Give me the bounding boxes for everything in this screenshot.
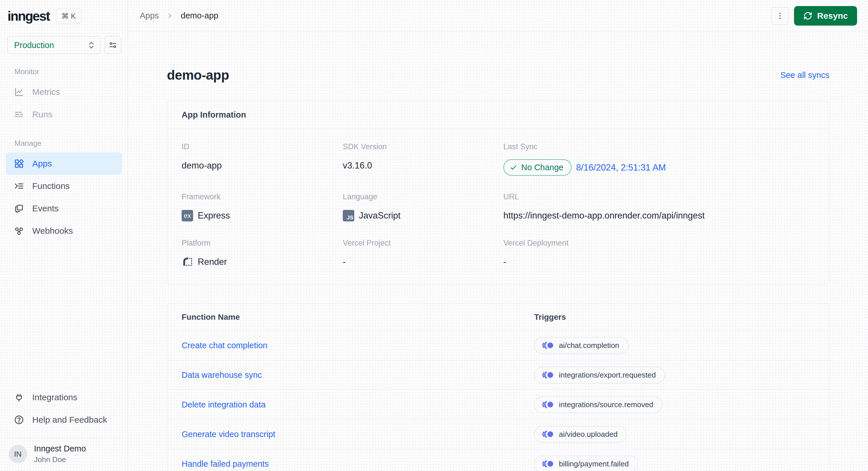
sidebar-item-webhooks[interactable]: Webhooks [6,220,122,242]
events-icon [13,203,25,214]
table-row: Generate video transcript ai/video.uploa… [167,419,829,449]
page-title: demo-app [167,67,229,83]
trigger-label: billing/payment.failed [559,460,629,468]
field-vercel-deployment: Vercel Deployment - [503,239,815,268]
sidebar-item-label: Runs [32,109,52,119]
field-value: JavaScript [359,210,401,221]
function-link[interactable]: Delete integration data [182,400,534,409]
avatar-initials: IN [14,450,22,459]
trigger-label: ai/video.uploaded [559,430,618,439]
field-label: URL [503,192,815,201]
field-last-sync: Last Sync No Change 8/16/2024, 2:51:31 A… [503,142,815,176]
runs-list-icon [13,109,25,120]
trigger-pill: billing/payment.failed [534,456,638,471]
trigger-pill: ai/chat.completion [534,337,628,354]
field-framework: Framework ex Express [182,192,343,222]
function-link[interactable]: Data warehouse sync [182,370,534,380]
sidebar-item-runs[interactable]: Runs [6,103,122,126]
express-icon: ex [182,210,193,222]
avatar: IN [9,445,27,463]
see-all-syncs-link[interactable]: See all syncs [780,70,830,80]
chevron-up-down-icon [88,40,95,50]
field-label: Last Sync [503,142,815,151]
sliders-icon [108,40,117,50]
sidebar-item-label: Events [32,204,59,213]
app-information-card: App Information ID demo-app SDK Version … [167,101,830,285]
sidebar-item-integrations[interactable]: Integrations [6,386,122,409]
javascript-icon: JS [343,210,354,222]
field-label: Platform [182,239,343,247]
sidebar-item-label: Webhooks [32,226,73,236]
inngest-logo: inngest [7,8,50,24]
command-k-shortcut[interactable]: ⌘ K [56,9,82,24]
webhooks-icon [13,226,25,236]
field-label: ID [182,142,343,151]
no-change-badge: No Change [503,159,571,176]
breadcrumb-current: demo-app [181,11,218,21]
event-trigger-icon [541,371,554,379]
column-function-name: Function Name [182,312,534,322]
sidebar-item-events[interactable]: Events [6,197,122,220]
field-label: Vercel Project [343,239,503,247]
resync-button[interactable]: Resync [794,6,857,26]
field-label: Framework [182,192,343,201]
sidebar-item-label: Help and Feedback [32,415,107,425]
resync-label: Resync [817,11,848,21]
field-value: - [503,256,815,268]
function-link[interactable]: Create chat completion [182,341,534,350]
field-label: SDK Version [343,142,503,151]
table-row: Handle failed payments billing/payment.f… [167,449,829,471]
table-row: Delete integration data integrations/sou… [167,390,829,419]
table-row: Create chat completion ai/chat.completio… [167,330,829,360]
function-link[interactable]: Generate video transcript [182,430,534,439]
functions-table: Function Name Triggers Create chat compl… [167,304,830,471]
trigger-label: integrations/export.requested [559,371,656,379]
trigger-pill: integrations/export.requested [534,367,665,383]
event-trigger-icon [541,341,554,349]
field-platform: Platform [182,239,343,268]
sidebar-item-metrics[interactable]: Metrics [6,81,122,103]
line-chart-icon [13,87,25,97]
environment-select[interactable]: Production [7,36,100,54]
field-label: Vercel Deployment [503,239,815,247]
sidebar-nav: Monitor Metrics Runs Manage [0,54,127,242]
breadcrumb-apps[interactable]: Apps [140,11,159,21]
environment-value: Production [14,40,54,50]
column-triggers: Triggers [534,312,815,322]
event-trigger-icon [541,460,554,468]
field-value: Express [198,210,230,221]
field-url: URL https://inngest-demo-app.onrender.co… [503,192,815,222]
plug-icon [13,392,25,403]
field-value: Render [198,257,227,267]
functions-icon [13,181,25,191]
sync-icon [803,11,812,21]
field-value: https://inngest-demo-app.onrender.com/ap… [503,209,815,222]
last-sync-time-link[interactable]: 8/16/2024, 2:51:31 AM [576,163,666,173]
function-link[interactable]: Handle failed payments [182,459,534,469]
more-options-button[interactable] [771,7,789,25]
command-k-label: ⌘ K [61,12,76,21]
field-id: ID demo-app [182,142,343,176]
field-value: v3.16.0 [343,159,503,172]
user-name: John Doe [34,455,86,464]
sidebar-item-help[interactable]: Help and Feedback [6,409,122,431]
trigger-label: ai/chat.completion [559,341,619,350]
event-trigger-icon [541,401,554,409]
sidebar-item-label: Metrics [32,87,60,97]
event-trigger-icon [541,430,554,438]
sidebar-item-functions[interactable]: Functions [6,175,122,197]
user-org: Inngest Demo [34,444,86,453]
sidebar: inngest ⌘ K Production [0,0,128,471]
main-area: Apps demo-app [128,0,868,471]
field-value: - [343,256,503,268]
field-label: Language [343,192,503,201]
user-menu[interactable]: IN Inngest Demo John Doe [6,437,122,471]
sidebar-item-label: Functions [32,181,70,191]
help-circle-icon [13,415,25,425]
breadcrumb: Apps demo-app [140,11,218,21]
no-change-label: No Change [521,163,563,172]
table-row: Data warehouse sync integrations/export.… [167,360,829,390]
sidebar-item-apps[interactable]: Apps [6,153,122,175]
environment-settings-button[interactable] [104,36,121,54]
check-icon [510,164,517,171]
